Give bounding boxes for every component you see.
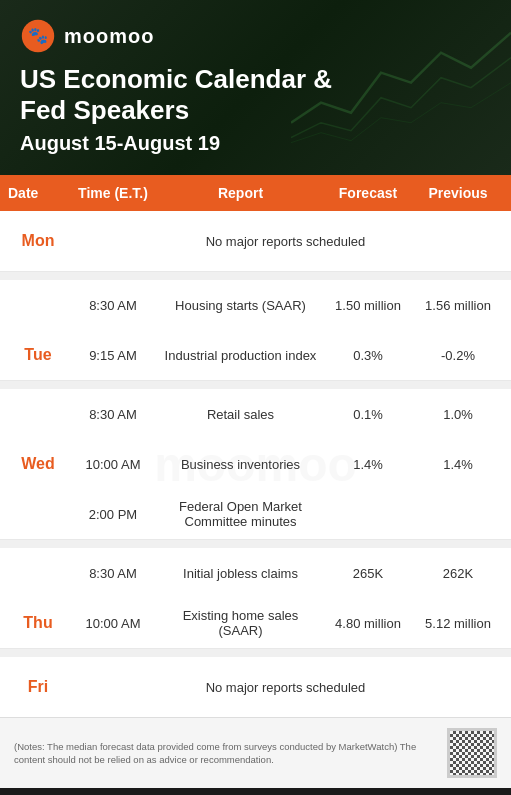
col-report: Report xyxy=(158,185,323,201)
thu-row2-previous: 5.12 million xyxy=(413,616,503,631)
thu-row-1: 8:30 AM Initial jobless claims 265K 262K xyxy=(0,548,511,598)
tue-row1-time: 8:30 AM xyxy=(68,298,158,313)
tue-row1-previous: 1.56 million xyxy=(413,298,503,313)
day-section-wed: moomoo 8:30 AM Retail sales 0.1% 1.0% We… xyxy=(0,389,511,540)
mon-no-reports-text: No major reports scheduled xyxy=(68,234,503,249)
tue-row2-report: Industrial production index xyxy=(158,348,323,363)
footer-section: (Notes: The median forecast data provide… xyxy=(0,717,511,788)
table-header-row: Date Time (E.T.) Report Forecast Previou… xyxy=(0,175,511,211)
tue-row2-previous: -0.2% xyxy=(413,348,503,363)
thu-label-2: Thu xyxy=(8,614,68,632)
header-bg-chart xyxy=(291,0,511,175)
separator-4 xyxy=(0,649,511,657)
wed-row3-report: Federal Open Market Committee minutes xyxy=(158,499,323,529)
thu-row-2: Thu 10:00 AM Existing home sales (SAAR) … xyxy=(0,598,511,648)
wed-row-2: Wed 10:00 AM Business inventories 1.4% 1… xyxy=(0,439,511,489)
col-date: Date xyxy=(8,185,68,201)
separator-1 xyxy=(0,272,511,280)
tue-label-2: Tue xyxy=(8,346,68,364)
day-section-tue: 8:30 AM Housing starts (SAAR) 1.50 milli… xyxy=(0,280,511,381)
wed-row3-time: 2:00 PM xyxy=(68,507,158,522)
thu-row1-report: Initial jobless claims xyxy=(158,566,323,581)
wed-row2-time: 10:00 AM xyxy=(68,457,158,472)
col-time: Time (E.T.) xyxy=(68,185,158,201)
moomoo-logo-icon: 🐾 xyxy=(20,18,56,54)
svg-text:🐾: 🐾 xyxy=(28,25,49,46)
logo-text: moomoo xyxy=(64,25,154,48)
title-line2: Fed Speakers xyxy=(20,95,189,125)
wed-label-2: Wed xyxy=(8,455,68,473)
thu-row2-forecast: 4.80 million xyxy=(323,616,413,631)
thu-row1-forecast: 265K xyxy=(323,566,413,581)
wed-row1-report: Retail sales xyxy=(158,407,323,422)
thu-row2-report: Existing home sales (SAAR) xyxy=(158,608,323,638)
wed-row1-previous: 1.0% xyxy=(413,407,503,422)
wed-row1-time: 8:30 AM xyxy=(68,407,158,422)
tue-row1-forecast: 1.50 million xyxy=(323,298,413,313)
wed-row-1: 8:30 AM Retail sales 0.1% 1.0% xyxy=(0,389,511,439)
footer-note: (Notes: The median forecast data provide… xyxy=(14,740,437,767)
wed-row2-previous: 1.4% xyxy=(413,457,503,472)
day-section-fri: Fri No major reports scheduled xyxy=(0,657,511,717)
tue-row2-time: 9:15 AM xyxy=(68,348,158,363)
thu-row1-previous: 262K xyxy=(413,566,503,581)
col-previous: Previous xyxy=(413,185,503,201)
thu-row1-time: 8:30 AM xyxy=(68,566,158,581)
fri-no-reports-row: Fri No major reports scheduled xyxy=(0,657,511,717)
mon-no-reports-row: Mon No major reports scheduled xyxy=(0,211,511,271)
qr-code xyxy=(447,728,497,778)
fri-label: Fri xyxy=(8,678,68,696)
qr-pattern xyxy=(450,731,494,775)
wed-row2-report: Business inventories xyxy=(158,457,323,472)
calendar-table: Date Time (E.T.) Report Forecast Previou… xyxy=(0,175,511,717)
tue-row2-forecast: 0.3% xyxy=(323,348,413,363)
wed-row1-forecast: 0.1% xyxy=(323,407,413,422)
title-line1: US Economic Calendar & xyxy=(20,64,332,94)
col-forecast: Forecast xyxy=(323,185,413,201)
day-section-thu: 8:30 AM Initial jobless claims 265K 262K… xyxy=(0,548,511,649)
footer-note-text: (Notes: The median forecast data provide… xyxy=(14,741,416,765)
tue-row-2: Tue 9:15 AM Industrial production index … xyxy=(0,330,511,380)
tue-row1-report: Housing starts (SAAR) xyxy=(158,298,323,313)
mon-label: Mon xyxy=(8,232,68,250)
day-section-mon: Mon No major reports scheduled xyxy=(0,211,511,272)
wed-row-3: 2:00 PM Federal Open Market Committee mi… xyxy=(0,489,511,539)
fri-no-reports-text: No major reports scheduled xyxy=(68,680,503,695)
tue-row-1: 8:30 AM Housing starts (SAAR) 1.50 milli… xyxy=(0,280,511,330)
thu-row2-time: 10:00 AM xyxy=(68,616,158,631)
separator-2 xyxy=(0,381,511,389)
wed-row2-forecast: 1.4% xyxy=(323,457,413,472)
separator-3 xyxy=(0,540,511,548)
header-section: 🐾 moomoo US Economic Calendar & Fed Spea… xyxy=(0,0,511,175)
